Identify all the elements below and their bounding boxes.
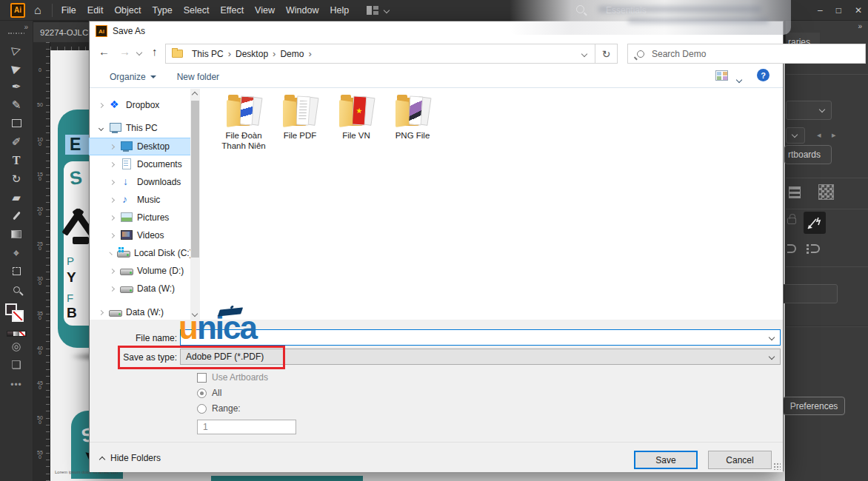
transparency-grid-icon[interactable] — [818, 184, 834, 200]
paintbrush-tool-icon[interactable]: ✐ — [12, 134, 21, 149]
menu-help[interactable]: Help — [330, 5, 349, 16]
draw-mode-icon[interactable]: ◎ — [11, 338, 21, 354]
arrange-documents-icon[interactable] — [367, 6, 378, 15]
breadcrumb-this-pc[interactable]: This PC — [187, 49, 228, 59]
address-bar[interactable]: This PC› Desktop› Demo› ↻ — [165, 44, 618, 64]
back-button[interactable]: ← — [99, 46, 110, 57]
scroll-up-icon[interactable] — [192, 92, 198, 98]
cancel-button[interactable]: Cancel — [708, 451, 772, 469]
forward-button[interactable]: → — [119, 46, 130, 57]
expander-icon[interactable] — [110, 215, 115, 220]
use-artboards-checkbox[interactable] — [197, 373, 207, 383]
expander-icon[interactable] — [110, 268, 115, 273]
more-tools-icon[interactable]: ••• — [10, 380, 22, 390]
panel-grip[interactable] — [8, 33, 24, 34]
rotate-tool-icon[interactable]: ↻ — [12, 171, 21, 186]
stroke-swatch[interactable] — [12, 310, 24, 322]
range-radio[interactable] — [197, 404, 207, 414]
hide-folders-button[interactable]: Hide Folders — [100, 453, 161, 463]
expand-dock-icon[interactable]: » — [858, 22, 862, 30]
menu-window[interactable]: Window — [286, 5, 318, 16]
minimize-button[interactable]: – — [818, 5, 823, 16]
new-folder-button[interactable]: New folder — [177, 72, 219, 82]
screen-mode-icon[interactable]: ❏ — [11, 357, 21, 372]
menu-type[interactable]: Type — [153, 5, 173, 16]
sidebar-item-desktop[interactable]: Desktop — [90, 138, 190, 155]
artboard-tool-icon[interactable] — [13, 263, 21, 279]
next-arrow-icon[interactable]: ▸ — [832, 130, 836, 140]
file-name-input[interactable] — [180, 329, 781, 346]
views-chevron-icon[interactable] — [737, 74, 741, 84]
file-item-vn[interactable]: File VN — [328, 93, 384, 152]
address-dropdown-chevron-icon[interactable] — [574, 44, 595, 63]
menu-object[interactable]: Object — [114, 5, 141, 16]
file-item-doan[interactable]: File Đoàn Thanh Niên — [216, 93, 272, 152]
sidebar-item-data-w[interactable]: Data (W:) — [90, 280, 190, 297]
direct-selection-tool-icon[interactable]: ▶ — [10, 59, 22, 77]
expander-icon[interactable] — [110, 161, 115, 166]
menu-file[interactable]: File — [61, 5, 76, 16]
expander-icon[interactable] — [99, 102, 104, 107]
snap-to-pixel-icon[interactable] — [804, 212, 826, 234]
file-item-pdf[interactable]: File PDF — [272, 93, 328, 152]
panel-input[interactable] — [777, 284, 838, 303]
breadcrumb-demo[interactable]: Demo — [276, 49, 308, 59]
chevron-down-icon[interactable] — [769, 334, 775, 340]
panel-dropdown[interactable] — [786, 101, 832, 120]
breadcrumb-desktop[interactable]: Desktop — [231, 49, 273, 59]
sidebar-item-data-w-2[interactable]: Data (W:) — [90, 304, 190, 320]
color-mode-bar[interactable] — [7, 331, 27, 337]
sidebar-item-this-pc[interactable]: This PC — [90, 120, 190, 136]
fill-stroke-swatches[interactable] — [5, 303, 27, 327]
scrollbar-thumb[interactable] — [191, 101, 199, 258]
close-button[interactable]: ✕ — [855, 5, 862, 16]
expander-icon[interactable] — [110, 197, 115, 202]
up-button[interactable]: ↑ — [152, 46, 158, 57]
home-icon[interactable]: ⌂ — [34, 4, 41, 16]
save-button[interactable]: Save — [634, 451, 698, 469]
preferences-button[interactable]: Preferences — [783, 397, 845, 415]
sidebar-item-local-disk-c[interactable]: Local Disk (C:) — [90, 245, 190, 261]
menu-edit[interactable]: Edit — [87, 5, 104, 16]
selection-tool-icon[interactable]: ▷ — [10, 41, 22, 58]
sidebar-item-documents[interactable]: Documents — [90, 156, 190, 172]
eraser-tool-icon[interactable]: ▰ — [12, 189, 21, 205]
sidebar-item-pictures[interactable]: Pictures — [90, 209, 190, 226]
expander-icon[interactable] — [110, 232, 115, 238]
sidebar-item-dropbox[interactable]: Dropbox — [90, 97, 190, 113]
change-view-icon[interactable] — [715, 70, 728, 81]
maximize-button[interactable]: □ — [836, 5, 841, 16]
resize-grip[interactable] — [774, 463, 781, 470]
pen-tool-icon[interactable]: ✒ — [12, 78, 21, 94]
corner-widget-icon[interactable] — [811, 244, 820, 253]
organize-button[interactable]: Organize — [110, 72, 146, 82]
curvature-tool-icon[interactable]: ✎ — [12, 97, 21, 112]
artboards-button[interactable]: rtboards — [784, 145, 832, 164]
sidebar-item-downloads[interactable]: Downloads — [90, 174, 190, 190]
search-box[interactable]: Search Demo — [627, 44, 866, 64]
expander-icon[interactable] — [110, 179, 115, 184]
shape-builder-tool-icon[interactable]: ⌖ — [13, 245, 19, 260]
menu-effect[interactable]: Effect — [220, 5, 244, 16]
expander-icon[interactable] — [110, 286, 115, 291]
lock-icon[interactable] — [787, 218, 796, 224]
gradient-tool-icon[interactable] — [11, 226, 21, 242]
zoom-tool-icon[interactable] — [13, 282, 20, 297]
sidebar-scrollbar[interactable] — [190, 89, 200, 320]
type-tool-icon[interactable]: T — [13, 152, 21, 168]
range-input[interactable]: 1 — [197, 420, 296, 434]
prev-arrow-icon[interactable]: ◂ — [817, 130, 821, 140]
sidebar-item-music[interactable]: Music — [90, 192, 190, 208]
file-item-png[interactable]: PNG File — [384, 93, 441, 152]
rectangle-tool-icon[interactable] — [12, 115, 21, 131]
collapse-icon[interactable] — [99, 125, 104, 130]
sidebar-item-videos[interactable]: Videos — [90, 227, 190, 243]
refresh-button[interactable]: ↻ — [595, 44, 617, 63]
expander-icon[interactable] — [99, 309, 104, 314]
expander-icon[interactable] — [110, 144, 115, 149]
expander-icon[interactable] — [109, 252, 112, 255]
chevron-down-icon[interactable] — [769, 354, 775, 360]
dashed-corner-icon[interactable] — [807, 244, 809, 246]
all-radio[interactable] — [197, 388, 207, 398]
corner-widget-icon[interactable] — [787, 244, 796, 253]
